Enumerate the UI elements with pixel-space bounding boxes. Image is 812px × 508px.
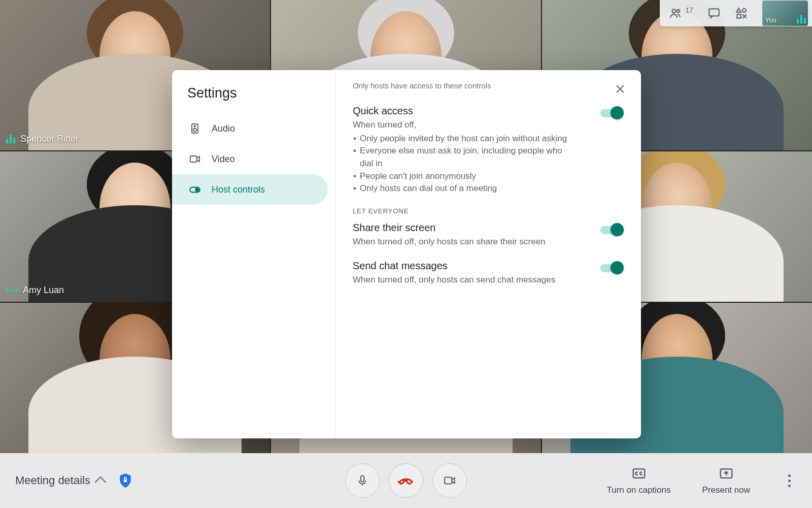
settings-nav-host-controls[interactable]: Host controls [172,174,328,205]
captions-icon [631,466,647,481]
chevron-up-icon [95,477,107,488]
close-icon [615,83,626,94]
svg-point-8 [194,125,196,127]
settings-content: Only hosts have access to these controls… [335,70,641,438]
svg-point-11 [195,188,198,192]
settings-nav-audio[interactable]: Audio [172,113,328,144]
toggle-camera-button[interactable] [432,463,467,498]
present-icon [719,466,734,481]
settings-nav: Settings Audio Video Host [172,70,335,438]
video-icon [188,152,201,166]
settings-title: Settings [172,85,335,113]
section-label: LET EVERYONE [353,207,624,215]
share-screen-toggle[interactable] [600,223,624,236]
quick-access-toggle[interactable] [600,106,624,119]
send-chat-toggle[interactable] [600,261,624,274]
setting-quick-access: Quick access When turned off, Only peopl… [353,105,624,195]
hangup-icon [397,472,415,489]
mute-mic-button[interactable] [345,463,380,498]
toggle-icon [188,183,201,196]
security-shield-button[interactable] [119,473,132,488]
svg-rect-13 [361,475,364,482]
meeting-details-button[interactable]: Meeting details [15,474,105,487]
setting-send-chat: Send chat messages When turned off, only… [353,260,624,287]
present-button[interactable]: Present now [702,466,751,495]
svg-rect-9 [190,156,197,162]
setting-share-screen: Share their screen When turned off, only… [353,222,624,248]
more-options-button[interactable] [782,474,797,487]
close-button[interactable] [612,80,629,98]
setting-title: Quick access [353,105,576,117]
setting-title: Share their screen [353,222,546,234]
camera-icon [443,474,456,487]
settings-dialog: Settings Audio Video Host [172,70,641,438]
captions-button[interactable]: Turn on captions [607,466,671,495]
setting-description: When turned off, only hosts can send cha… [353,274,555,287]
captions-label: Turn on captions [607,485,671,495]
meeting-details-label: Meeting details [15,474,90,487]
nav-label: Audio [212,123,235,134]
settings-nav-video[interactable]: Video [172,144,328,174]
svg-rect-12 [124,480,127,482]
setting-title: Send chat messages [353,260,555,272]
speaker-icon [188,122,201,135]
setting-description: When turned off, Only people invited by … [353,119,576,195]
host-only-note: Only hosts have access to these controls [353,81,624,90]
microphone-icon [356,474,369,487]
bottom-bar: Meeting details [0,453,812,508]
svg-rect-14 [445,478,452,484]
nav-label: Host controls [212,184,265,195]
leave-call-button[interactable] [389,463,423,498]
nav-label: Video [212,154,235,165]
present-label: Present now [702,485,751,495]
setting-description: When turned off, only hosts can share th… [353,236,546,248]
svg-point-7 [193,129,196,132]
